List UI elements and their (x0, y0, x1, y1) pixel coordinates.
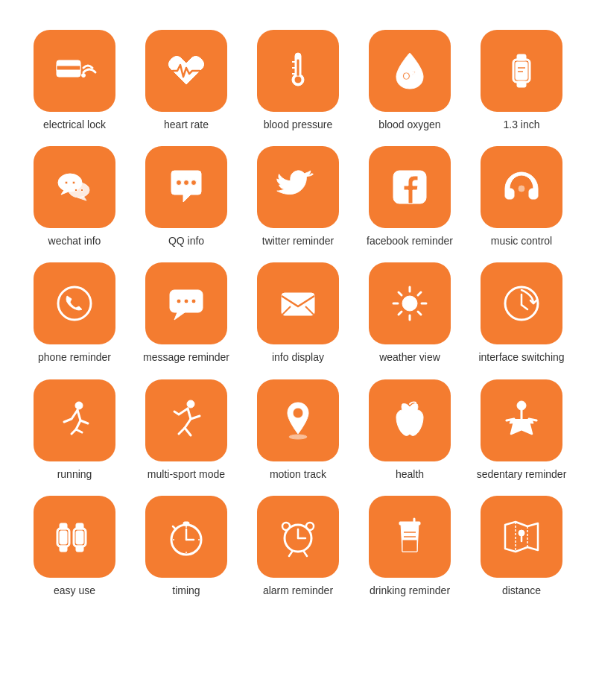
label-message-reminder: message reminder (143, 350, 229, 364)
item-message-reminder: message reminder (134, 262, 238, 364)
label-twitter-reminder: twitter reminder (262, 234, 334, 247)
icon-distance (481, 496, 562, 578)
svg-rect-65 (60, 546, 67, 552)
icon-info-display (257, 262, 339, 344)
svg-point-50 (75, 402, 83, 409)
svg-text:2: 2 (412, 69, 416, 77)
svg-rect-66 (76, 523, 83, 529)
svg-rect-5 (297, 59, 299, 77)
svg-line-56 (529, 419, 536, 420)
svg-line-49 (522, 305, 527, 309)
item-heart-rate: heart rate (134, 30, 238, 131)
svg-point-27 (191, 180, 197, 186)
icon-qq-info (145, 146, 227, 228)
svg-line-46 (399, 312, 402, 315)
item-alarm-reminder: alarm reminder (246, 496, 350, 597)
label-weather-view: weather view (379, 350, 440, 364)
svg-rect-85 (399, 522, 420, 525)
svg-rect-67 (76, 546, 83, 552)
icon-easy-use (34, 496, 115, 578)
svg-text:O: O (402, 70, 410, 82)
svg-rect-1 (57, 66, 80, 70)
svg-rect-15 (517, 54, 526, 60)
svg-point-20 (69, 183, 89, 198)
icon-alarm-reminder (257, 496, 339, 578)
svg-point-24 (80, 189, 83, 192)
icon-heart-rate (145, 30, 227, 112)
label-wechat-info: wechat info (48, 234, 101, 247)
label-blood-pressure: blood pressure (264, 118, 333, 131)
label-phone-reminder: phone reminder (38, 350, 111, 364)
svg-point-51 (187, 400, 194, 408)
svg-rect-63 (76, 531, 83, 544)
label-blood-oxygen: blood oxygen (378, 118, 440, 131)
item-multi-sport-mode: multi-sport mode (134, 379, 238, 481)
label-info-display: info display (272, 350, 324, 364)
label-electrical-lock: electrical lock (43, 118, 106, 131)
label-alarm-reminder: alarm reminder (263, 584, 333, 597)
icon-interface-switching (481, 262, 562, 344)
item-blood-pressure: blood pressure (246, 30, 350, 131)
icon-weather-view (369, 262, 451, 344)
svg-point-52 (293, 408, 303, 418)
icon-sedentary-reminder (481, 379, 562, 461)
label-running: running (57, 467, 92, 481)
icon-twitter-reminder (257, 146, 339, 228)
label-interface-switching: interface switching (478, 350, 564, 364)
item-drinking-reminder: drinking reminder (358, 496, 462, 597)
features-grid: electrical lock heart rate (22, 30, 574, 597)
icon-multi-sport-mode (145, 379, 227, 461)
item-weather-view: weather view (358, 262, 462, 364)
svg-point-23 (74, 189, 77, 192)
item-music-control: music control (469, 146, 574, 247)
item-motion-track: motion track (246, 379, 350, 481)
svg-line-45 (418, 292, 421, 295)
svg-point-30 (58, 287, 91, 320)
label-health: health (396, 467, 424, 481)
svg-rect-69 (183, 522, 189, 526)
icon-music-control (481, 146, 562, 228)
icon-running (34, 379, 115, 461)
svg-line-71 (173, 526, 176, 529)
item-facebook-reminder: facebook reminder (358, 146, 462, 247)
svg-point-32 (177, 299, 181, 303)
svg-line-43 (399, 292, 402, 295)
label-sedentary-reminder: sedentary reminder (477, 467, 567, 481)
icon-facebook-reminder (369, 146, 451, 228)
svg-line-84 (304, 552, 307, 556)
label-facebook-reminder: facebook reminder (367, 234, 453, 247)
item-interface-switching: interface switching (469, 262, 574, 364)
label-multi-sport-mode: multi-sport mode (148, 467, 225, 481)
svg-point-21 (65, 181, 68, 184)
item-distance: distance (469, 496, 574, 597)
item-info-display: info display (246, 262, 350, 364)
item-sedentary-reminder: sedentary reminder (469, 379, 574, 481)
item-running: running (22, 379, 127, 481)
icon-electrical-lock (34, 30, 115, 112)
label-music-control: music control (491, 234, 552, 247)
svg-rect-16 (517, 81, 526, 87)
svg-point-6 (294, 76, 302, 83)
svg-rect-14 (516, 62, 527, 80)
item-health: health (358, 379, 462, 481)
label-drinking-reminder: drinking reminder (370, 584, 450, 597)
svg-line-83 (289, 552, 292, 556)
svg-point-25 (177, 180, 182, 186)
item-electrical-lock: electrical lock (22, 30, 127, 131)
icon-1-3-inch (481, 30, 562, 112)
icon-blood-pressure (257, 30, 339, 112)
item-timing: timing (134, 496, 238, 597)
svg-rect-64 (60, 523, 67, 529)
svg-point-54 (517, 401, 526, 410)
label-motion-track: motion track (270, 467, 326, 481)
item-easy-use: easy use (22, 496, 127, 597)
item-twitter-reminder: twitter reminder (246, 146, 350, 247)
label-heart-rate: heart rate (164, 118, 209, 131)
label-timing: timing (172, 584, 200, 597)
svg-point-22 (72, 181, 75, 184)
icon-wechat-info (34, 146, 115, 228)
item-qq-info: QQ info (134, 146, 238, 247)
svg-rect-60 (60, 531, 67, 544)
svg-point-34 (191, 299, 196, 303)
item-wechat-info: wechat info (22, 146, 127, 247)
